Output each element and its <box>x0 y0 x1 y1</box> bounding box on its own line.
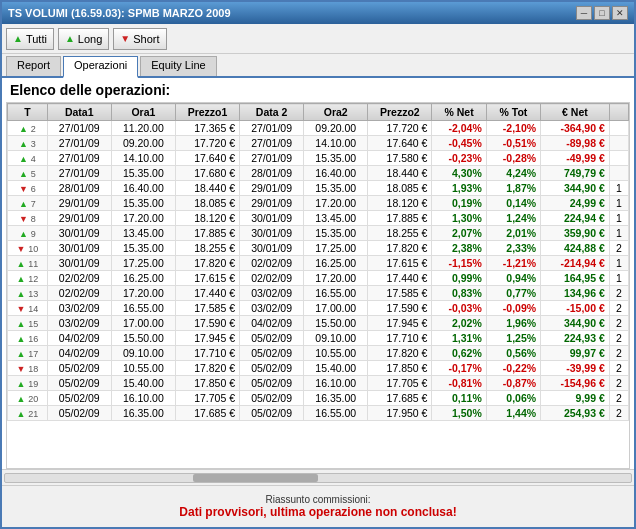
cell-prezzo2: 17.820 € <box>368 346 432 361</box>
table-row: ▲ 13 02/02/09 17.20.00 17.440 € 03/02/09… <box>8 286 629 301</box>
cell-t: ▲ 5 <box>8 166 48 181</box>
cell-data1: 27/01/09 <box>47 121 111 136</box>
cell-enet: -364,90 € <box>541 121 610 136</box>
cell-ora1: 14.10.00 <box>111 151 175 166</box>
cell-extra: 1 <box>609 196 628 211</box>
cell-enet: 9,99 € <box>541 391 610 406</box>
cell-prezzo2: 17.580 € <box>368 151 432 166</box>
table-row: ▲ 4 27/01/09 14.10.00 17.640 € 27/01/09 … <box>8 151 629 166</box>
cell-ptot: 0,94% <box>486 271 540 286</box>
cell-enet: -154,96 € <box>541 376 610 391</box>
horizontal-scrollbar[interactable] <box>2 469 634 485</box>
cell-enet: -39,99 € <box>541 361 610 376</box>
long-button[interactable]: ▲ Long <box>58 28 109 50</box>
col-data1: Data1 <box>47 104 111 121</box>
short-label: Short <box>133 33 159 45</box>
cell-prezzo2: 17.820 € <box>368 241 432 256</box>
cell-prezzo2: 17.720 € <box>368 121 432 136</box>
cell-prezzo1: 17.705 € <box>175 391 239 406</box>
cell-t: ▲ 15 <box>8 316 48 331</box>
table-row: ▼ 6 28/01/09 16.40.00 18.440 € 29/01/09 … <box>8 181 629 196</box>
cell-prezzo2: 17.585 € <box>368 286 432 301</box>
cell-ora1: 10.55.00 <box>111 361 175 376</box>
cell-data2: 02/02/09 <box>240 256 304 271</box>
cell-ora2: 16.25.00 <box>304 256 368 271</box>
cell-t: ▲ 20 <box>8 391 48 406</box>
cell-prezzo2: 17.440 € <box>368 271 432 286</box>
cell-ora1: 11.20.00 <box>111 121 175 136</box>
tab-report[interactable]: Report <box>6 56 61 76</box>
cell-ora1: 15.35.00 <box>111 241 175 256</box>
cell-prezzo1: 17.585 € <box>175 301 239 316</box>
cell-pnet: 2,02% <box>432 316 486 331</box>
cell-ptot: 0,56% <box>486 346 540 361</box>
cell-t: ▼ 8 <box>8 211 48 226</box>
content-area: Elenco delle operazioni: T Data1 Ora1 Pr… <box>2 78 634 485</box>
cell-extra <box>609 136 628 151</box>
cell-data1: 05/02/09 <box>47 376 111 391</box>
cell-ora2: 17.20.00 <box>304 271 368 286</box>
cell-prezzo1: 18.255 € <box>175 241 239 256</box>
cell-extra: 2 <box>609 391 628 406</box>
cell-ptot: 1,24% <box>486 211 540 226</box>
cell-ora2: 09.10.00 <box>304 331 368 346</box>
window-title: TS VOLUMI (16.59.03): SPMB MARZO 2009 <box>8 7 231 19</box>
table-row: ▲ 2 27/01/09 11.20.00 17.365 € 27/01/09 … <box>8 121 629 136</box>
cell-prezzo1: 17.885 € <box>175 226 239 241</box>
cell-ptot: -0,87% <box>486 376 540 391</box>
minimize-button[interactable]: ─ <box>576 6 592 20</box>
cell-pnet: -0,45% <box>432 136 486 151</box>
footer-line2: Dati provvisori, ultima operazione non c… <box>179 505 456 519</box>
cell-extra: 2 <box>609 316 628 331</box>
cell-prezzo2: 17.950 € <box>368 406 432 421</box>
cell-extra: 2 <box>609 286 628 301</box>
scrollbar-track[interactable] <box>4 473 632 483</box>
cell-data2: 02/02/09 <box>240 271 304 286</box>
col-prezzo2: Prezzo2 <box>368 104 432 121</box>
cell-prezzo1: 17.720 € <box>175 136 239 151</box>
tutti-button[interactable]: ▲ Tutti <box>6 28 54 50</box>
cell-ora2: 13.45.00 <box>304 211 368 226</box>
col-pnet: % Net <box>432 104 486 121</box>
cell-data2: 05/02/09 <box>240 376 304 391</box>
operations-table-container[interactable]: T Data1 Ora1 Prezzo1 Data 2 Ora2 Prezzo2… <box>6 102 630 469</box>
cell-pnet: -1,15% <box>432 256 486 271</box>
cell-enet: 359,90 € <box>541 226 610 241</box>
cell-prezzo1: 17.850 € <box>175 376 239 391</box>
cell-data2: 28/01/09 <box>240 166 304 181</box>
cell-enet: 164,95 € <box>541 271 610 286</box>
cell-data1: 30/01/09 <box>47 226 111 241</box>
tab-equity[interactable]: Equity Line <box>140 56 216 76</box>
cell-data1: 29/01/09 <box>47 196 111 211</box>
cell-ora2: 16.10.00 <box>304 376 368 391</box>
cell-prezzo1: 17.945 € <box>175 331 239 346</box>
cell-data1: 30/01/09 <box>47 256 111 271</box>
cell-data1: 04/02/09 <box>47 346 111 361</box>
cell-ora1: 15.40.00 <box>111 376 175 391</box>
section-title: Elenco delle operazioni: <box>2 78 634 102</box>
short-button[interactable]: ▼ Short <box>113 28 166 50</box>
col-ora2: Ora2 <box>304 104 368 121</box>
cell-data1: 27/01/09 <box>47 136 111 151</box>
cell-data2: 27/01/09 <box>240 121 304 136</box>
cell-ptot: 0,14% <box>486 196 540 211</box>
table-row: ▼ 18 05/02/09 10.55.00 17.820 € 05/02/09… <box>8 361 629 376</box>
cell-prezzo2: 17.685 € <box>368 391 432 406</box>
table-row: ▲ 19 05/02/09 15.40.00 17.850 € 05/02/09… <box>8 376 629 391</box>
cell-ptot: 0,77% <box>486 286 540 301</box>
title-bar: TS VOLUMI (16.59.03): SPMB MARZO 2009 ─ … <box>2 2 634 24</box>
scrollbar-thumb[interactable] <box>193 474 318 482</box>
cell-pnet: 0,11% <box>432 391 486 406</box>
cell-data2: 30/01/09 <box>240 211 304 226</box>
col-t: T <box>8 104 48 121</box>
table-row: ▲ 17 04/02/09 09.10.00 17.710 € 05/02/09… <box>8 346 629 361</box>
table-row: ▲ 5 27/01/09 15.35.00 17.680 € 28/01/09 … <box>8 166 629 181</box>
cell-prezzo1: 17.590 € <box>175 316 239 331</box>
cell-ora2: 16.55.00 <box>304 406 368 421</box>
cell-data1: 28/01/09 <box>47 181 111 196</box>
close-button[interactable]: ✕ <box>612 6 628 20</box>
maximize-button[interactable]: □ <box>594 6 610 20</box>
cell-extra: 2 <box>609 331 628 346</box>
table-row: ▲ 7 29/01/09 15.35.00 18.085 € 29/01/09 … <box>8 196 629 211</box>
tab-operazioni[interactable]: Operazioni <box>63 56 138 78</box>
